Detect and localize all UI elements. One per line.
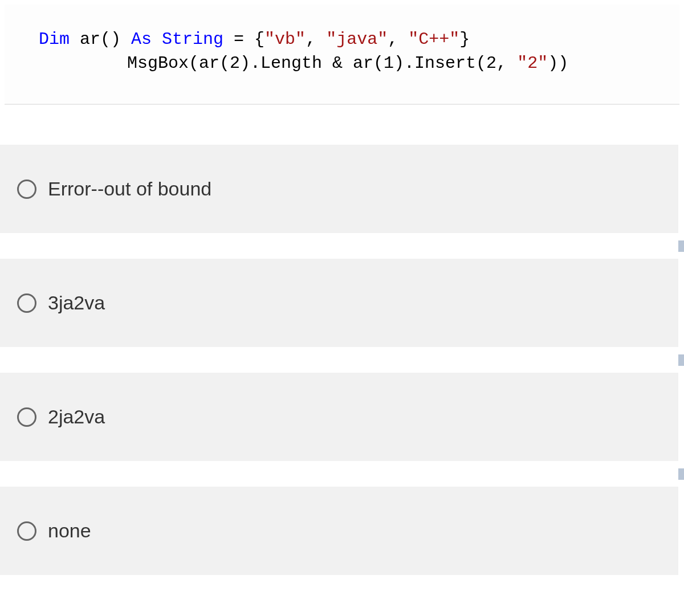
option-label: Error--out of bound xyxy=(48,178,211,200)
option-4[interactable]: none xyxy=(0,487,678,575)
code-string: "2" xyxy=(517,54,548,73)
code-keyword: As xyxy=(131,30,152,49)
question-container: Dim ar() As String = {"vb", "java", "C++… xyxy=(0,5,684,575)
scrollbar-tick-icon xyxy=(678,240,684,252)
radio-icon[interactable] xyxy=(17,180,36,199)
option-separator xyxy=(0,461,684,487)
code-text: ar() xyxy=(70,30,131,49)
code-text: , xyxy=(306,30,326,49)
code-text: = { xyxy=(223,30,264,49)
option-2[interactable]: 3ja2va xyxy=(0,259,678,347)
code-type: String xyxy=(152,30,223,49)
radio-icon[interactable] xyxy=(17,521,36,541)
option-separator xyxy=(0,233,684,259)
code-line: MsgBox(ar(2).Length & ar(1).Insert(2, "2… xyxy=(39,54,568,73)
scrollbar-tick-icon xyxy=(678,468,684,480)
radio-icon[interactable] xyxy=(17,293,36,313)
code-keyword: Dim xyxy=(39,30,70,49)
code-string: "vb" xyxy=(264,30,306,49)
scrollbar-tick-icon xyxy=(678,354,684,366)
radio-icon[interactable] xyxy=(17,407,36,427)
code-text: )) xyxy=(548,54,568,73)
code-text: MsgBox(ar(2).Length & ar(1).Insert(2, xyxy=(127,54,517,73)
code-text: , xyxy=(388,30,408,49)
code-string: "java" xyxy=(326,30,388,49)
code-string: "C++" xyxy=(408,30,459,49)
option-label: 2ja2va xyxy=(48,406,105,428)
option-label: none xyxy=(48,520,91,542)
option-separator xyxy=(0,347,684,373)
option-3[interactable]: 2ja2va xyxy=(0,373,678,461)
code-text: } xyxy=(459,30,470,49)
code-snippet: Dim ar() As String = {"vb", "java", "C++… xyxy=(5,5,679,105)
answer-options: Error--out of bound 3ja2va 2ja2va none xyxy=(0,105,684,575)
option-1[interactable]: Error--out of bound xyxy=(0,145,678,233)
option-label: 3ja2va xyxy=(48,292,105,314)
